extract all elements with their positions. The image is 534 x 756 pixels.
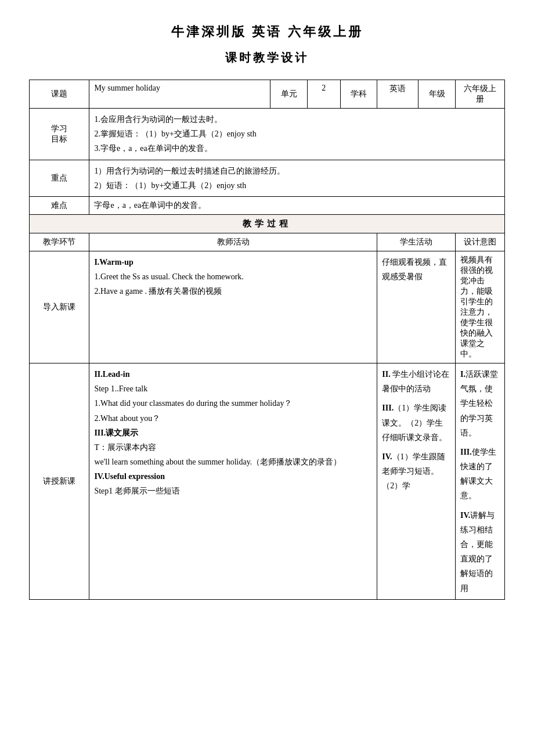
label-intro: 导入新课 bbox=[30, 251, 89, 363]
text-display-line1: T：展示课本内容 bbox=[94, 440, 372, 455]
label-difficulty: 难点 bbox=[30, 196, 89, 214]
student-iv-label: IV. bbox=[382, 452, 392, 461]
warmup-line2: 2.Have a game . 播放有关暑假的视频 bbox=[94, 284, 372, 298]
objective-line2: 2.掌握短语：（1）by+交通工具（2）enjoy sth bbox=[94, 127, 500, 141]
student-new-lesson-content: II. 学生小组讨论在暑假中的活动 III.（1）学生阅读课文。（2）学生仔细听… bbox=[382, 367, 450, 494]
table-col-headers: 教学环节 教师活动 学生活动 设计意图 bbox=[30, 233, 505, 251]
new-lesson-content: II.Lead-in Step 1..Free talk 1.What did … bbox=[94, 367, 372, 499]
key-point-line2: 2）短语：（1）by+交通工具（2）enjoy sth bbox=[94, 178, 500, 193]
value-grade: 六年级上册 bbox=[455, 80, 504, 109]
table-row-process-header: 教学过程 bbox=[30, 214, 505, 233]
label-subject: 学科 bbox=[340, 80, 377, 109]
warmup-title: I.Warm-up bbox=[94, 255, 372, 269]
teacher-new-lesson: II.Lead-in Step 1..Free talk 1.What did … bbox=[89, 363, 377, 599]
student-warmup-text: 仔细观看视频，直观感受暑假 bbox=[382, 255, 450, 284]
value-key-points: 1）用含行为动词的一般过去时描述自己的旅游经历。 2）短语：（1）by+交通工具… bbox=[89, 160, 505, 196]
label-course: 课题 bbox=[30, 80, 89, 109]
student-iii-label: III. bbox=[382, 404, 394, 412]
student-new-lesson: II. 学生小组讨论在暑假中的活动 III.（1）学生阅读课文。（2）学生仔细听… bbox=[377, 363, 456, 599]
label-grade: 年级 bbox=[418, 80, 456, 109]
value-unit: 2 bbox=[307, 80, 340, 109]
lead-in-step: Step 1..Free talk bbox=[94, 381, 372, 396]
table-row-key-points: 重点 1）用含行为动词的一般过去时描述自己的旅游经历。 2）短语：（1）by+交… bbox=[30, 160, 505, 196]
design-part2: III.使学生快速的了解课文大意。 bbox=[460, 445, 500, 503]
value-course-title: My summer holiday bbox=[89, 80, 270, 109]
objective-line1: 1.会应用含行为动词的一般过去时。 bbox=[94, 112, 500, 127]
student-part3: IV.（1）学生跟随老师学习短语。（2）学 bbox=[382, 449, 450, 494]
student-part1: II. 学生小组讨论在暑假中的活动 bbox=[382, 367, 450, 396]
table-row-difficulty: 难点 字母e，a，ea在单词中的发音。 bbox=[30, 196, 505, 214]
design-warmup: 视频具有很强的视觉冲击力，能吸引学生的注意力，使学生很快的融入课堂之中。 bbox=[455, 251, 504, 363]
table-row-objectives: 学习目标 1.会应用含行为动词的一般过去时。 2.掌握短语：（1）by+交通工具… bbox=[30, 109, 505, 160]
label-key-points: 重点 bbox=[30, 160, 89, 196]
design-part1: I.活跃课堂气氛，使学生轻松的学习英语。 bbox=[460, 367, 500, 440]
lesson-plan-table: 课题 My summer holiday 单元 2 学科 英语 年级 六年级上册… bbox=[29, 80, 505, 600]
text-display-line2: we'll learn something about the summer h… bbox=[94, 455, 372, 469]
useful-expr-step: Step1 老师展示一些短语 bbox=[94, 484, 372, 498]
design-iv-label: IV. bbox=[460, 511, 470, 520]
lead-in-title: II.Lead-in bbox=[94, 367, 372, 381]
value-difficulty: 字母e，a，ea在单词中的发音。 bbox=[89, 196, 505, 214]
table-row-course: 课题 My summer holiday 单元 2 学科 英语 年级 六年级上册 bbox=[30, 80, 505, 109]
objectives-content: 1.会应用含行为动词的一般过去时。 2.掌握短语：（1）by+交通工具（2）en… bbox=[94, 112, 500, 156]
design-new-lesson-content: I.活跃课堂气氛，使学生轻松的学习英语。 III.使学生快速的了解课文大意。 I… bbox=[460, 367, 500, 596]
col-header-student: 学生活动 bbox=[377, 233, 456, 251]
table-row-intro: 导入新课 I.Warm-up 1.Greet the Ss as usual. … bbox=[30, 251, 505, 363]
main-title: 牛津深圳版 英语 六年级上册 bbox=[29, 23, 505, 41]
warmup-line1: 1.Greet the Ss as usual. Check the homew… bbox=[94, 269, 372, 284]
key-point-line1: 1）用含行为动词的一般过去时描述自己的旅游经历。 bbox=[94, 164, 500, 178]
lead-in-q2: 2.What about you？ bbox=[94, 411, 372, 426]
student-warmup-content: 仔细观看视频，直观感受暑假 bbox=[382, 255, 450, 284]
design-part3: IV.讲解与练习相结合，更能直观的了解短语的用 bbox=[460, 508, 500, 596]
label-unit: 单元 bbox=[270, 80, 308, 109]
label-new-lesson: 讲授新课 bbox=[30, 363, 89, 599]
student-ii-label: II. bbox=[382, 370, 390, 379]
sub-title: 课时教学设计 bbox=[29, 50, 505, 66]
warmup-content: I.Warm-up 1.Greet the Ss as usual. Check… bbox=[94, 255, 372, 299]
table-row-new-lesson: 讲授新课 II.Lead-in Step 1..Free talk 1.What… bbox=[30, 363, 505, 599]
process-header-label: 教学过程 bbox=[30, 214, 505, 233]
teacher-warmup: I.Warm-up 1.Greet the Ss as usual. Check… bbox=[89, 251, 377, 363]
student-part2: III.（1）学生阅读课文。（2）学生仔细听课文录音。 bbox=[382, 401, 450, 445]
text-display-title: III.课文展示 bbox=[94, 426, 372, 440]
value-subject: 英语 bbox=[377, 80, 418, 109]
label-objectives: 学习目标 bbox=[30, 109, 89, 160]
design-i-label: I. bbox=[460, 370, 466, 379]
objective-line3: 3.字母e，a，ea在单词中的发音。 bbox=[94, 141, 500, 156]
design-iii-label: III. bbox=[460, 448, 472, 456]
lead-in-q1: 1.What did your classmates do during the… bbox=[94, 396, 372, 411]
design-new-lesson: I.活跃课堂气氛，使学生轻松的学习英语。 III.使学生快速的了解课文大意。 I… bbox=[455, 363, 504, 599]
useful-expr-title: IV.Useful expression bbox=[94, 469, 372, 484]
col-header-teacher: 教师活动 bbox=[89, 233, 377, 251]
value-objectives: 1.会应用含行为动词的一般过去时。 2.掌握短语：（1）by+交通工具（2）en… bbox=[89, 109, 505, 160]
key-points-content: 1）用含行为动词的一般过去时描述自己的旅游经历。 2）短语：（1）by+交通工具… bbox=[94, 164, 500, 193]
student-warmup: 仔细观看视频，直观感受暑假 bbox=[377, 251, 456, 363]
col-header-design: 设计意图 bbox=[455, 233, 504, 251]
col-header-env: 教学环节 bbox=[30, 233, 89, 251]
